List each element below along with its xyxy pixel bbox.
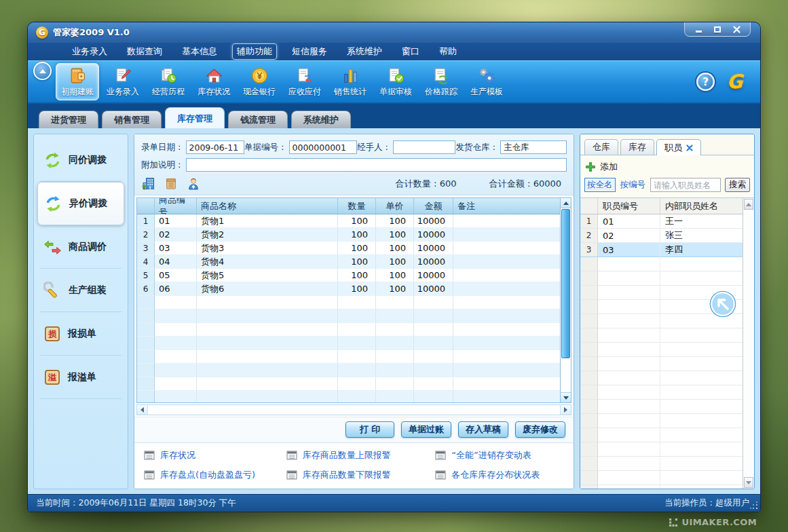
employee-row[interactable] bbox=[580, 385, 743, 400]
employee-search-input[interactable] bbox=[650, 178, 721, 192]
goods-box-icon[interactable] bbox=[164, 176, 179, 191]
report-link[interactable]: 库存状况 bbox=[144, 449, 286, 461]
toolbar-button[interactable]: 初期建账 bbox=[56, 63, 99, 100]
help-icon[interactable]: ? bbox=[696, 73, 715, 91]
tab-active[interactable]: 库存管理 bbox=[165, 107, 225, 128]
employee-table-vscrollbar[interactable] bbox=[743, 198, 754, 489]
table-row[interactable] bbox=[137, 337, 560, 350]
tab-item[interactable]: 销售管理 bbox=[102, 111, 162, 128]
scroll-up-button[interactable] bbox=[744, 199, 753, 210]
vscroll-thumb[interactable] bbox=[561, 209, 570, 358]
field-input[interactable] bbox=[393, 140, 455, 154]
scroll-right-button[interactable] bbox=[560, 405, 571, 415]
toolbar-button[interactable]: 价格跟踪 bbox=[419, 63, 463, 100]
table-row[interactable] bbox=[137, 377, 560, 391]
close-button[interactable] bbox=[728, 24, 745, 35]
minimize-button[interactable] bbox=[690, 24, 707, 35]
report-link[interactable]: 库存商品数量下限报警 bbox=[286, 469, 436, 481]
employee-row[interactable] bbox=[580, 428, 743, 442]
tab-close-icon[interactable] bbox=[686, 145, 693, 151]
employee-row[interactable] bbox=[580, 343, 743, 357]
lookup-tab[interactable]: 库存 bbox=[620, 139, 654, 155]
lookup-tab[interactable]: 仓库 bbox=[584, 139, 618, 155]
employee-row[interactable] bbox=[580, 300, 743, 314]
note-input[interactable] bbox=[186, 158, 567, 172]
lookup-tab[interactable]: 职员 bbox=[656, 139, 701, 155]
table-row[interactable]: 202货物210010010000 bbox=[137, 228, 560, 242]
tab-item[interactable]: 进货管理 bbox=[39, 111, 98, 128]
menu-item[interactable]: 系统维护 bbox=[342, 43, 387, 60]
table-row[interactable] bbox=[137, 309, 560, 323]
table-row[interactable]: 404货物410010010000 bbox=[137, 255, 560, 269]
employee-row[interactable]: 303李四 bbox=[580, 243, 743, 257]
items-table-vscrollbar[interactable] bbox=[560, 197, 571, 403]
field-input[interactable] bbox=[289, 140, 357, 154]
sidebar-item[interactable]: 生产组装 bbox=[37, 269, 124, 312]
scroll-up-button[interactable] bbox=[561, 198, 571, 208]
field-input[interactable] bbox=[500, 140, 567, 154]
sidebar-item[interactable]: 溢报溢单 bbox=[37, 356, 124, 399]
report-link[interactable]: 各仓库库存分布状况表 bbox=[435, 469, 571, 481]
table-row[interactable] bbox=[137, 350, 560, 364]
sidebar-item[interactable]: 同价调拨 bbox=[37, 138, 124, 182]
menu-item[interactable]: 短信服务 bbox=[287, 43, 332, 60]
scroll-down-button[interactable] bbox=[744, 477, 753, 488]
collapse-toolbar-button[interactable] bbox=[33, 62, 52, 80]
menu-item[interactable]: 窗口 bbox=[397, 43, 424, 60]
field-input[interactable] bbox=[186, 140, 244, 154]
items-table-hscrollbar[interactable] bbox=[136, 404, 571, 415]
table-row[interactable] bbox=[137, 296, 560, 309]
report-link[interactable]: 库存盘点(自动盘盈盘亏) bbox=[144, 469, 286, 481]
table-row[interactable]: 606货物610010010000 bbox=[137, 282, 560, 296]
action-button[interactable]: 打 印 bbox=[345, 421, 394, 438]
scroll-left-button[interactable] bbox=[137, 405, 148, 415]
search-button[interactable]: 搜索 bbox=[725, 178, 750, 192]
add-row[interactable]: 添加 bbox=[580, 155, 754, 177]
menu-item[interactable]: 数据查询 bbox=[122, 43, 167, 60]
table-row[interactable]: 505货物510010010000 bbox=[137, 269, 560, 282]
resize-grip[interactable] bbox=[750, 501, 758, 510]
toolbar-button[interactable]: 生产模板 bbox=[465, 63, 508, 100]
employee-row[interactable] bbox=[580, 457, 743, 471]
report-link[interactable]: “全能”进销存变动表 bbox=[435, 449, 571, 461]
employee-row[interactable] bbox=[580, 286, 743, 300]
employee-row[interactable] bbox=[580, 314, 743, 328]
scroll-down-button[interactable] bbox=[561, 392, 571, 402]
employee-row[interactable]: 202张三 bbox=[580, 229, 743, 243]
menu-item[interactable]: 基本信息 bbox=[177, 43, 222, 60]
employee-row[interactable] bbox=[580, 414, 743, 428]
employee-row[interactable] bbox=[580, 328, 743, 343]
sidebar-item[interactable]: 商品调价 bbox=[37, 225, 124, 269]
table-row[interactable] bbox=[137, 323, 560, 337]
sidebar-item[interactable]: 损报损单 bbox=[37, 312, 124, 356]
employee-person-icon[interactable] bbox=[186, 176, 201, 191]
toolbar-button[interactable]: 应收应付 bbox=[283, 63, 326, 100]
toolbar-button[interactable]: 单据审核 bbox=[374, 63, 417, 100]
toolbar-button[interactable]: 现金银行 bbox=[238, 63, 281, 100]
tab-item[interactable]: 钱流管理 bbox=[228, 111, 288, 128]
toolbar-button[interactable]: 经营历程 bbox=[147, 63, 190, 100]
table-row[interactable] bbox=[137, 391, 560, 403]
menu-item[interactable]: 业务录入 bbox=[67, 43, 112, 60]
filter-by-code[interactable]: 按编号 bbox=[620, 178, 647, 191]
warehouse-building-icon[interactable] bbox=[141, 176, 156, 191]
employee-row[interactable] bbox=[580, 485, 743, 489]
employee-row[interactable] bbox=[580, 471, 743, 485]
employee-row[interactable]: 101王一 bbox=[580, 214, 743, 229]
sidebar-item[interactable]: 异价调拨 bbox=[37, 182, 124, 225]
table-row[interactable] bbox=[137, 364, 560, 377]
toolbar-button[interactable]: 库存状况 bbox=[192, 63, 236, 100]
maximize-button[interactable] bbox=[709, 24, 726, 35]
menu-item[interactable]: 帮助 bbox=[434, 43, 462, 60]
employee-row[interactable] bbox=[580, 271, 743, 286]
filter-by-name[interactable]: 按全名 bbox=[584, 178, 616, 192]
toolbar-button[interactable]: 业务录入 bbox=[101, 63, 145, 100]
tab-item[interactable]: 系统维护 bbox=[291, 111, 351, 128]
menu-item[interactable]: 辅助功能 bbox=[232, 43, 277, 60]
employee-row[interactable] bbox=[580, 371, 743, 385]
action-button[interactable]: 单据过账 bbox=[401, 421, 451, 438]
report-link[interactable]: 库存商品数量上限报警 bbox=[286, 449, 436, 461]
employee-row[interactable] bbox=[580, 257, 743, 271]
employee-row[interactable] bbox=[580, 357, 743, 371]
toolbar-button[interactable]: 销售统计 bbox=[329, 63, 372, 100]
